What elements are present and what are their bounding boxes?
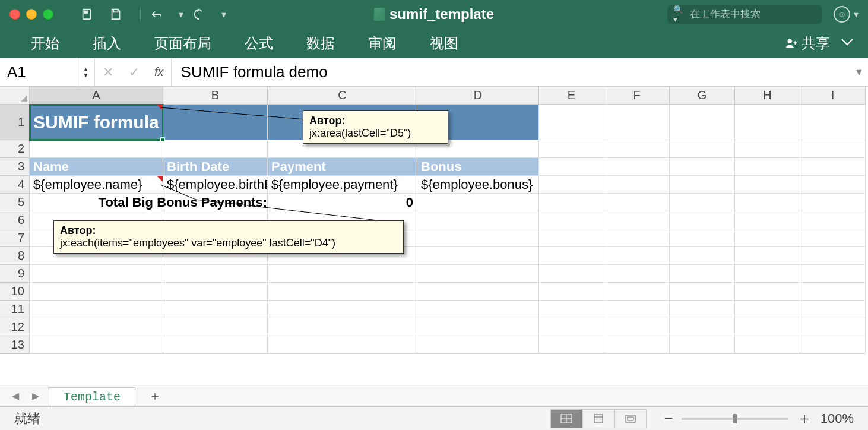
cell-E6[interactable] bbox=[539, 211, 604, 229]
cell-G5[interactable] bbox=[670, 194, 735, 211]
cell-F1[interactable] bbox=[604, 105, 670, 140]
close-window-button[interactable] bbox=[9, 9, 20, 20]
cell-A10[interactable] bbox=[30, 283, 163, 301]
row-header-3[interactable]: 3 bbox=[0, 158, 30, 176]
cell-G11[interactable] bbox=[670, 301, 735, 318]
cell-B3[interactable]: Birth Date bbox=[163, 158, 268, 176]
add-sheet-button[interactable]: ＋ bbox=[141, 387, 169, 405]
cell-E7[interactable] bbox=[539, 229, 604, 247]
share-button[interactable]: 共享 bbox=[785, 34, 830, 53]
cell-C4[interactable]: ${employee.payment} bbox=[268, 176, 417, 194]
cell-H12[interactable] bbox=[735, 318, 800, 336]
col-header-G[interactable]: G bbox=[670, 87, 735, 105]
cell-I9[interactable] bbox=[800, 265, 866, 283]
cell-H11[interactable] bbox=[735, 301, 800, 318]
save-icon[interactable] bbox=[106, 4, 126, 24]
cell-I1[interactable] bbox=[800, 105, 866, 140]
cell-I2[interactable] bbox=[800, 140, 866, 158]
redo-dropdown-icon[interactable]: ▾ bbox=[221, 9, 226, 20]
cell-A2[interactable] bbox=[30, 140, 163, 158]
cell-C10[interactable] bbox=[268, 283, 417, 301]
row-header-1[interactable]: 1 bbox=[0, 105, 30, 140]
sheet-nav-next-icon[interactable]: ▶ bbox=[28, 389, 43, 403]
cell-B2[interactable] bbox=[163, 140, 268, 158]
zoom-in-button[interactable]: ＋ bbox=[797, 408, 812, 429]
cell-F2[interactable] bbox=[604, 140, 670, 158]
cell-F13[interactable] bbox=[604, 336, 670, 354]
cell-E1[interactable] bbox=[539, 105, 604, 140]
formula-input[interactable] bbox=[172, 58, 850, 86]
cell-F7[interactable] bbox=[604, 229, 670, 247]
minimize-window-button[interactable] bbox=[26, 9, 37, 20]
redo-icon[interactable] bbox=[189, 4, 210, 24]
cell-I12[interactable] bbox=[800, 318, 866, 336]
cell-G1[interactable] bbox=[670, 105, 735, 140]
cell-A13[interactable] bbox=[30, 336, 163, 354]
cell-D11[interactable] bbox=[417, 301, 539, 318]
row-header-9[interactable]: 9 bbox=[0, 265, 30, 283]
ribbon-tab-home[interactable]: 开始 bbox=[14, 29, 76, 58]
cell-B13[interactable] bbox=[163, 336, 268, 354]
cell-I10[interactable] bbox=[800, 283, 866, 301]
cell-D5[interactable] bbox=[417, 194, 539, 211]
cell-E8[interactable] bbox=[539, 247, 604, 265]
cell-E3[interactable] bbox=[539, 158, 604, 176]
cell-G3[interactable] bbox=[670, 158, 735, 176]
col-header-C[interactable]: C bbox=[268, 87, 417, 105]
zoom-level[interactable]: 100% bbox=[821, 411, 854, 426]
cell-G4[interactable] bbox=[670, 176, 735, 194]
feedback-dropdown-icon[interactable]: ▾ bbox=[854, 9, 859, 20]
cell-F8[interactable] bbox=[604, 247, 670, 265]
cell-D6[interactable] bbox=[417, 211, 539, 229]
ribbon-tab-review[interactable]: 审阅 bbox=[351, 29, 413, 58]
search-input[interactable] bbox=[690, 8, 816, 20]
ribbon-tab-page-layout[interactable]: 页面布局 bbox=[138, 29, 228, 58]
cell-H5[interactable] bbox=[735, 194, 800, 211]
cell-B5[interactable] bbox=[163, 194, 268, 211]
cell-D12[interactable] bbox=[417, 318, 539, 336]
col-header-I[interactable]: I bbox=[800, 87, 866, 105]
row-header-8[interactable]: 8 bbox=[0, 247, 30, 265]
cell-E4[interactable] bbox=[539, 176, 604, 194]
cell-H6[interactable] bbox=[735, 211, 800, 229]
cell-I7[interactable] bbox=[800, 229, 866, 247]
cell-F11[interactable] bbox=[604, 301, 670, 318]
cell-G8[interactable] bbox=[670, 247, 735, 265]
cell-A9[interactable] bbox=[30, 265, 163, 283]
cell-D4[interactable]: ${employee.bonus} bbox=[417, 176, 539, 194]
cell-B1[interactable] bbox=[163, 105, 268, 140]
cell-G10[interactable] bbox=[670, 283, 735, 301]
view-normal-button[interactable] bbox=[550, 409, 582, 428]
cell-C13[interactable] bbox=[268, 336, 417, 354]
undo-icon[interactable] bbox=[147, 4, 167, 24]
cell-E13[interactable] bbox=[539, 336, 604, 354]
row-header-10[interactable]: 10 bbox=[0, 283, 30, 301]
row-header-4[interactable]: 4 bbox=[0, 176, 30, 194]
cell-B12[interactable] bbox=[163, 318, 268, 336]
cell-H8[interactable] bbox=[735, 247, 800, 265]
cell-D10[interactable] bbox=[417, 283, 539, 301]
cell-D7[interactable] bbox=[417, 229, 539, 247]
maximize-window-button[interactable] bbox=[43, 9, 53, 20]
cell-C5[interactable]: 0 bbox=[268, 194, 417, 211]
comment-indicator-icon[interactable] bbox=[157, 176, 163, 182]
select-all-corner[interactable] bbox=[0, 87, 30, 105]
cell-E12[interactable] bbox=[539, 318, 604, 336]
feedback-icon[interactable]: ☺ bbox=[834, 6, 850, 23]
cell-C3[interactable]: Payment bbox=[268, 158, 417, 176]
cell-F6[interactable] bbox=[604, 211, 670, 229]
cell-F3[interactable] bbox=[604, 158, 670, 176]
ribbon-tab-formulas[interactable]: 公式 bbox=[228, 29, 290, 58]
col-header-B[interactable]: B bbox=[163, 87, 268, 105]
row-header-11[interactable]: 11 bbox=[0, 301, 30, 318]
comment-indicator-icon[interactable] bbox=[157, 105, 163, 110]
sheet-nav-prev-icon[interactable]: ◀ bbox=[8, 389, 23, 403]
name-box-spinner[interactable]: ▲▼ bbox=[77, 58, 95, 86]
cell-H2[interactable] bbox=[735, 140, 800, 158]
name-box[interactable]: A1 bbox=[0, 58, 77, 86]
cell-B9[interactable] bbox=[163, 265, 268, 283]
cell-E2[interactable] bbox=[539, 140, 604, 158]
ribbon-tab-view[interactable]: 视图 bbox=[413, 29, 475, 58]
cell-I6[interactable] bbox=[800, 211, 866, 229]
view-page-layout-button[interactable] bbox=[582, 409, 614, 428]
